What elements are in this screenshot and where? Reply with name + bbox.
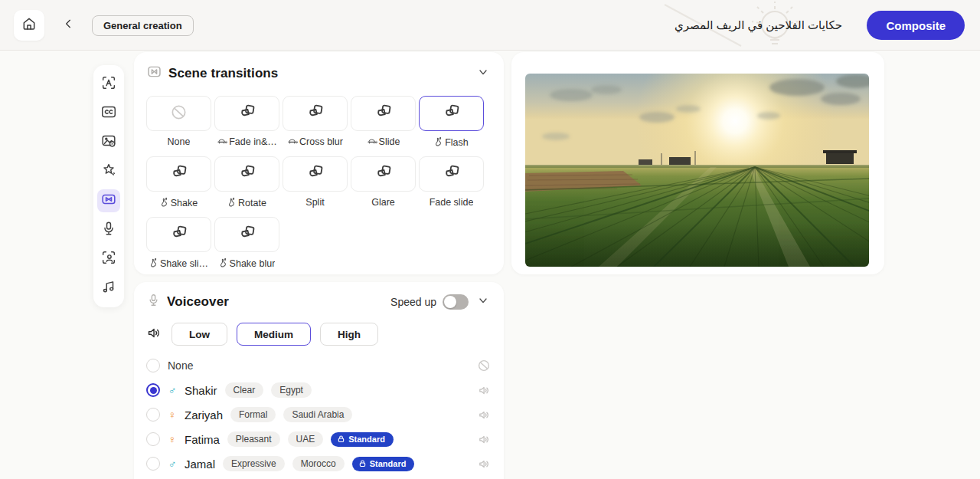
voice-row-shakir[interactable]: ♂ Shakir Clear Egypt	[146, 378, 492, 402]
transition-option-fade-in-out[interactable]: Fade in&…	[214, 96, 279, 149]
voice-row-none[interactable]: None	[146, 353, 492, 378]
breadcrumb[interactable]: General creation	[92, 15, 194, 36]
rabbit-icon	[160, 197, 169, 209]
standard-badge-label: Standard	[348, 435, 385, 444]
chevron-left-icon	[63, 18, 75, 33]
speed-up-label: Speed up	[390, 296, 436, 308]
sidebar-item-music[interactable]	[97, 277, 120, 300]
sidebar-item-avatar[interactable]	[97, 248, 120, 271]
volume-icon	[146, 325, 162, 344]
radio-checked[interactable]	[146, 383, 160, 397]
transition-option-shake-slide[interactable]: Shake sli…	[146, 217, 211, 270]
scene-transitions-title: Scene transitions	[168, 66, 278, 81]
voice-tag: Pleasant	[227, 431, 280, 447]
none-circle-slash-icon	[476, 359, 492, 372]
rabbit-icon	[219, 258, 228, 270]
female-symbol: ♀	[168, 408, 177, 421]
preview-speaker-icon[interactable]	[476, 384, 492, 397]
transition-option-glare[interactable]: Glare	[351, 156, 416, 209]
home-button[interactable]	[14, 10, 44, 41]
voice-tag: Egypt	[271, 382, 312, 398]
radio-unchecked[interactable]	[146, 457, 160, 471]
voice-row-partial[interactable]	[146, 476, 492, 479]
preview-speaker-icon[interactable]	[476, 408, 492, 422]
sidebar-item-text-focus[interactable]	[97, 73, 120, 96]
radio-unchecked[interactable]	[146, 408, 160, 422]
transition-frames-icon	[170, 224, 188, 245]
person-frame-icon	[100, 249, 117, 269]
voice-row-fatima[interactable]: ♀ Fatima Pleasant UAE Standard	[146, 427, 492, 451]
transition-label: Fade slide	[430, 197, 474, 208]
transition-frames-icon	[443, 103, 461, 124]
transition-label: Shake blur	[230, 258, 276, 269]
sidebar-item-captions[interactable]	[97, 102, 120, 125]
collapse-voiceover-button[interactable]	[475, 294, 492, 310]
none-circle-slash-icon	[170, 103, 188, 124]
voice-row-zariyah[interactable]: ♀ Zariyah Formal Saudi Arabia	[146, 402, 492, 427]
transition-option-cross-blur[interactable]: Cross blur	[283, 96, 348, 149]
sidebar-item-transitions[interactable]	[97, 189, 120, 212]
male-symbol: ♂	[168, 458, 177, 470]
volume-medium-button[interactable]: Medium	[237, 323, 311, 346]
transition-bowtie-icon	[100, 191, 117, 211]
transition-label: Glare	[371, 197, 395, 208]
transition-label: Shake sli…	[160, 258, 208, 269]
transition-frames-icon	[238, 163, 256, 185]
transition-option-shake[interactable]: Shake	[146, 156, 211, 209]
transition-frames-icon	[374, 103, 393, 124]
transition-label: Split	[305, 197, 324, 208]
sidebar-item-media[interactable]	[97, 131, 120, 154]
microphone-icon	[146, 293, 161, 310]
chevron-down-icon	[477, 294, 489, 310]
sidebar-item-voiceover[interactable]	[97, 218, 120, 241]
transition-option-none[interactable]: None	[146, 96, 211, 149]
transition-option-fade-slide[interactable]: Fade slide	[419, 156, 484, 209]
sidebar-item-effects[interactable]	[97, 160, 120, 183]
transition-option-slide[interactable]: Slide	[351, 96, 416, 149]
voice-name: Fatima	[185, 433, 220, 446]
radio-unchecked[interactable]	[146, 432, 160, 446]
transition-option-shake-blur[interactable]: Shake blur	[214, 217, 279, 270]
chevron-down-icon	[477, 66, 489, 81]
transition-label: Shake	[171, 198, 198, 208]
preview-speaker-icon[interactable]	[476, 433, 492, 446]
female-symbol: ♀	[168, 433, 177, 445]
volume-low-button[interactable]: Low	[172, 323, 227, 346]
rabbit-icon	[149, 258, 158, 270]
volume-high-button[interactable]: High	[320, 323, 378, 346]
voiceover-panel: Voiceover Speed up Low Medium High None	[134, 282, 504, 479]
voice-tag: Formal	[230, 407, 276, 422]
topbar: General creation حكايات الفلاحين في الري…	[0, 0, 980, 51]
transition-frames-icon	[374, 163, 393, 185]
rabbit-icon	[227, 197, 237, 209]
preview-panel	[511, 52, 884, 274]
voice-name: None	[168, 359, 193, 372]
back-button[interactable]	[60, 16, 78, 34]
voice-tag: UAE	[288, 431, 324, 447]
transition-frames-icon	[238, 103, 256, 124]
lock-icon	[358, 459, 367, 469]
microphone-icon	[100, 220, 117, 240]
transition-option-flash[interactable]: Flash	[419, 96, 484, 149]
scene-transitions-panel: Scene transitions None Fade in&… Cross b…	[134, 52, 504, 274]
preview-speaker-icon[interactable]	[476, 458, 492, 471]
turtle-icon	[217, 136, 227, 147]
voiceover-title: Voiceover	[167, 294, 229, 310]
transition-label: Fade in&…	[229, 136, 277, 147]
transition-option-split[interactable]: Split	[283, 156, 348, 209]
voice-tag: Saudi Arabia	[283, 407, 352, 422]
rabbit-icon	[434, 136, 443, 149]
transition-label: Flash	[445, 137, 469, 148]
radio-unchecked[interactable]	[146, 359, 160, 372]
voice-row-jamal[interactable]: ♂ Jamal Expressive Morocco Standard	[146, 451, 492, 476]
composite-button[interactable]: Composite	[867, 11, 965, 40]
speed-up-toggle[interactable]	[443, 294, 469, 310]
standard-badge-label: Standard	[370, 459, 407, 468]
voice-tag: Clear	[225, 382, 264, 398]
transition-option-rotate[interactable]: Rotate	[214, 156, 279, 209]
scene-preview-image[interactable]	[525, 74, 869, 267]
collapse-transitions-button[interactable]	[475, 65, 492, 82]
standard-badge: Standard	[331, 432, 394, 447]
voice-name: Shakir	[185, 384, 217, 397]
text-frame-icon	[100, 74, 117, 94]
